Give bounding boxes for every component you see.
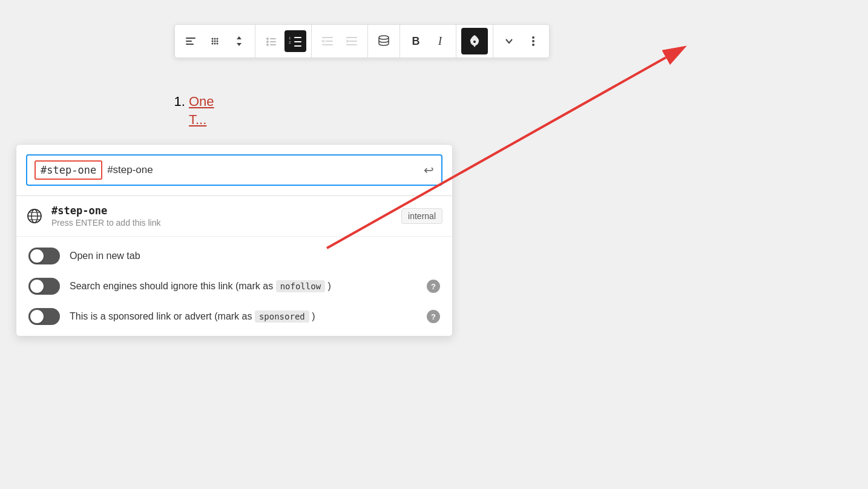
svg-point-7: [214, 41, 216, 42]
sponsored-help-icon[interactable]: ?: [427, 310, 440, 323]
svg-rect-27: [349, 41, 357, 42]
link-input-value: #step-one: [41, 164, 96, 176]
svg-rect-0: [186, 38, 196, 39]
svg-rect-17: [270, 44, 276, 45]
link-input-wrapper: #step-one ↩: [26, 154, 442, 186]
open-new-tab-toggle[interactable]: [28, 248, 60, 264]
svg-point-4: [214, 38, 216, 40]
suggestion-hint: Press ENTER to add this link: [51, 218, 393, 228]
svg-rect-22: [294, 45, 301, 47]
outdent-button[interactable]: [317, 30, 338, 52]
svg-point-3: [212, 38, 214, 40]
svg-rect-21: [294, 41, 301, 42]
toolbar-group-list-style: [175, 25, 255, 57]
toolbar-group-list-type: 1 2: [255, 25, 312, 57]
toolbar-group-indent: [312, 25, 368, 57]
suggestion-text: #step-one Press ENTER to add this link: [51, 205, 393, 228]
grid-button[interactable]: [204, 30, 226, 52]
svg-point-5: [217, 38, 219, 40]
sponsored-toggle[interactable]: [28, 308, 60, 325]
svg-rect-1: [186, 41, 192, 42]
svg-rect-15: [270, 41, 276, 42]
ordered-list-button[interactable]: 1 2: [284, 30, 306, 52]
nofollow-code: nofollow: [276, 280, 325, 292]
options-section: Open in new tab Search engines should ig…: [16, 237, 452, 336]
italic-button[interactable]: I: [429, 30, 451, 52]
link-panel: #step-one ↩ #step-one Press ENTER to add…: [16, 144, 453, 336]
svg-rect-24: [325, 41, 333, 42]
svg-rect-25: [322, 44, 333, 45]
svg-text:2: 2: [289, 40, 291, 45]
svg-point-11: [217, 43, 219, 45]
svg-rect-2: [186, 44, 194, 45]
svg-rect-23: [322, 37, 333, 38]
svg-point-8: [217, 41, 219, 42]
database-button[interactable]: [373, 30, 395, 52]
move-button[interactable]: [228, 30, 250, 52]
align-left-button[interactable]: [180, 30, 202, 52]
open-new-tab-label: Open in new tab: [70, 251, 440, 261]
svg-point-10: [214, 43, 216, 45]
svg-point-33: [532, 44, 534, 46]
open-new-tab-option: Open in new tab: [28, 248, 440, 264]
chevron-down-button[interactable]: [498, 30, 520, 52]
svg-point-32: [532, 40, 534, 42]
toolbar-group-data: [368, 25, 400, 57]
svg-point-9: [212, 43, 214, 45]
link-reset-button[interactable]: ↩: [424, 163, 434, 177]
toolbar-group-text-format: B I: [400, 25, 456, 57]
toolbar-group-more: [493, 25, 549, 57]
indent-button[interactable]: [341, 30, 363, 52]
svg-point-14: [266, 41, 269, 43]
svg-point-6: [212, 41, 214, 42]
nofollow-label: Search engines should ignore this link (…: [70, 281, 417, 292]
globe-icon: [26, 208, 43, 225]
suggestion-title: #step-one: [51, 205, 393, 217]
nofollow-toggle[interactable]: [28, 278, 60, 295]
internal-badge: internal: [401, 208, 442, 224]
suggestion-row[interactable]: #step-one Press ENTER to add this link i…: [16, 196, 452, 237]
sponsored-code: sponsored: [255, 310, 309, 323]
svg-point-29: [379, 36, 389, 39]
editor-toolbar: 1 2: [174, 24, 550, 58]
more-options-button[interactable]: [522, 30, 544, 52]
list-item-one[interactable]: One: [189, 94, 214, 109]
svg-point-31: [532, 36, 534, 39]
link-input-inner: #step-one: [35, 160, 102, 180]
sponsored-label: This is a sponsored link or advert (mark…: [70, 311, 417, 322]
nofollow-help-icon[interactable]: ?: [427, 280, 440, 293]
svg-point-12: [266, 38, 269, 40]
nofollow-option: Search engines should ignore this link (…: [28, 278, 440, 295]
sponsored-option: This is a sponsored link or advert (mark…: [28, 308, 440, 325]
svg-rect-26: [346, 37, 357, 38]
toolbar-group-winged: [456, 25, 493, 57]
winged-button[interactable]: [461, 28, 488, 54]
link-input-row: #step-one ↩: [16, 145, 452, 196]
content-area: One T...: [174, 94, 634, 130]
svg-rect-13: [270, 38, 276, 39]
svg-point-16: [266, 44, 269, 46]
bold-button[interactable]: B: [405, 30, 427, 52]
unordered-list-button[interactable]: [260, 30, 282, 52]
svg-rect-20: [294, 37, 301, 38]
svg-rect-28: [346, 44, 357, 45]
svg-point-30: [473, 41, 476, 43]
link-url-input[interactable]: [107, 164, 424, 176]
